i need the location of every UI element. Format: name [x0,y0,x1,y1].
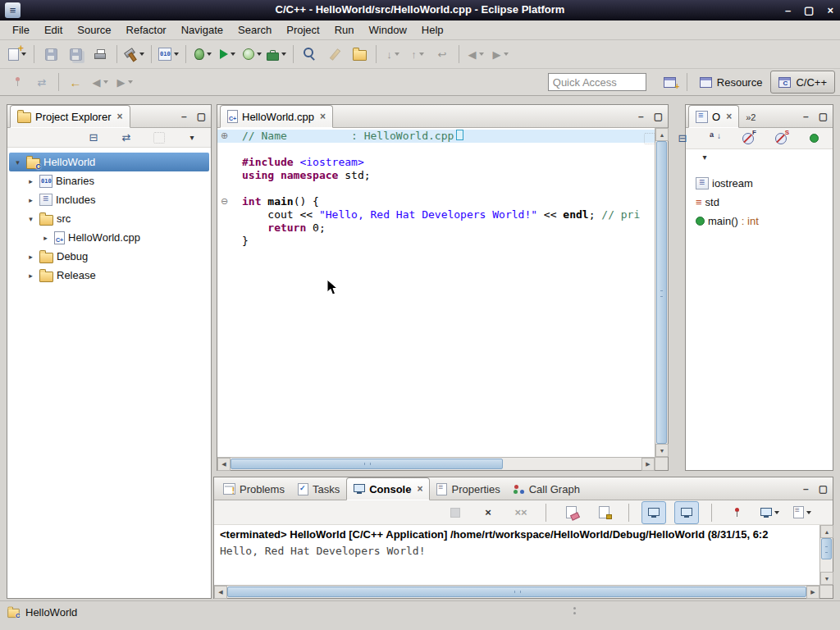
new-wizard-button[interactable] [5,43,30,66]
remove-all-launches-button[interactable]: ×× [509,501,533,524]
collapse-all-button[interactable]: ⊟ [81,126,106,149]
prev-annotation-button[interactable]: ↑ [405,43,430,66]
scroll-down-icon[interactable]: ▼ [655,444,669,457]
close-tab-icon[interactable]: × [726,111,732,122]
build-button[interactable] [121,43,147,66]
tree-item-src[interactable]: ▾ src [7,209,211,228]
link-editor-button[interactable]: ⇄ [114,126,139,149]
outline-item-iostream[interactable]: iostream [686,174,833,193]
tree-item-debug[interactable]: ▸ Debug [7,247,211,266]
menu-source[interactable]: Source [70,21,118,39]
last-edit-location-button[interactable]: ↩ [430,43,454,66]
expander-icon[interactable]: ▾ [12,158,23,167]
run-button[interactable] [215,43,240,66]
scrollbar-thumb[interactable] [227,587,806,597]
scrollbar-thumb[interactable] [231,459,503,469]
expander-icon[interactable]: ▸ [25,196,36,204]
terminate-button[interactable] [443,501,468,524]
open-console-button[interactable] [790,501,815,524]
menu-file[interactable]: File [5,21,37,39]
editor-vertical-scrollbar[interactable]: ▲ ▼ [655,128,668,457]
minimize-view-button[interactable]: – [803,111,809,122]
tab-properties[interactable]: Properties [430,478,506,500]
maximize-view-button[interactable]: ▢ [819,483,828,495]
maximize-view-button[interactable]: ▢ [819,111,828,122]
console-output[interactable]: Hello, Red Hat Developers World! [220,545,425,557]
show-on-stdout-button[interactable] [641,501,666,524]
forward-history-button[interactable]: ▶ [488,43,513,66]
menu-run[interactable]: Run [327,21,362,39]
expander-icon[interactable]: ▸ [25,272,36,280]
outline-item-main[interactable]: main() : int [686,212,833,231]
tree-item-helloworld[interactable]: ▾ HelloWorld [9,153,209,171]
tree-item-helloworld-cpp[interactable]: ▸ HelloWorld.cpp [7,228,211,247]
view-menu-button[interactable]: ▾ [692,145,717,168]
hide-fields-button[interactable] [736,127,760,150]
last-edit-location-button-2[interactable]: ← [63,71,88,94]
perspective-resource-button[interactable]: Resource [692,71,771,94]
remove-launch-button[interactable]: × [476,501,500,524]
hide-non-public-button[interactable] [801,127,826,150]
scroll-down-icon[interactable]: ▼ [820,572,833,585]
display-selected-console-button[interactable] [757,501,782,524]
focus-button[interactable] [637,127,662,150]
menu-project[interactable]: Project [279,21,326,39]
forward-button[interactable]: ▶ [112,71,137,94]
scrollbar-thumb[interactable] [656,141,667,444]
scroll-left-icon[interactable]: ◀ [214,586,227,599]
sash-grip[interactable] [573,607,576,619]
back-button[interactable]: ◀ [88,71,112,94]
outline-item-std[interactable]: ≡ std [686,193,833,212]
link-with-editor-button[interactable]: ⇄ [30,71,54,94]
open-perspective-button[interactable] [658,71,682,94]
open-element-button[interactable] [347,43,372,66]
expander-icon[interactable]: ▸ [25,253,36,261]
save-all-button[interactable] [63,43,88,66]
menu-window[interactable]: Window [362,21,414,39]
menu-refactor[interactable]: Refactor [119,21,174,39]
scroll-left-icon[interactable]: ◀ [217,458,231,471]
tab-project-explorer[interactable]: Project Explorer × [10,105,130,128]
external-tools-button[interactable] [264,43,289,66]
scroll-right-icon[interactable]: ▶ [641,458,655,471]
scroll-lock-button[interactable] [591,501,616,524]
save-button[interactable] [39,43,63,66]
debug-button[interactable] [190,43,215,66]
tab-outline[interactable]: O × [688,105,739,128]
mark-occurrences-button[interactable] [322,43,347,66]
fold-collapsed-icon[interactable]: ⊕ [219,130,230,141]
console-horizontal-scrollbar[interactable]: ◀ ▶ [214,585,819,598]
scrollbar-thumb[interactable] [821,538,832,559]
menu-search[interactable]: Search [231,21,279,39]
hide-static-button[interactable] [769,127,793,150]
maximize-button[interactable]: ▢ [804,4,814,16]
menu-navigate[interactable]: Navigate [174,21,231,39]
fold-expanded-icon[interactable]: ⊖ [219,196,230,207]
expander-icon[interactable]: ▾ [25,215,36,223]
minimize-view-button[interactable]: – [638,111,644,122]
close-tab-icon[interactable]: × [417,483,422,495]
perspective-cpp-button[interactable]: C/C++ [770,71,835,94]
make-targets-button[interactable] [156,43,181,66]
maximize-view-button[interactable]: ▢ [197,111,206,122]
show-on-stderr-button[interactable] [674,501,699,524]
more-views-chevron[interactable]: »2 [746,112,756,122]
tab-console[interactable]: Console × [346,477,430,500]
tab-tasks[interactable]: Tasks [291,478,346,500]
pin-console-button[interactable] [724,501,749,524]
minimize-view-button[interactable]: – [803,483,809,495]
scroll-up-icon[interactable]: ▲ [820,525,833,538]
collapse-all-button[interactable]: ⊟ [670,127,695,150]
profile-button[interactable] [240,43,264,66]
print-button[interactable] [88,43,112,66]
maximize-view-button[interactable]: ▢ [654,111,663,122]
tree-item-includes[interactable]: ▸ Includes [7,190,211,209]
search-button[interactable] [298,43,322,66]
view-menu-button[interactable]: ▾ [180,126,204,149]
code-editor[interactable]: ⊕ ⊖ // Name : HelloWorld.cpp #include <i… [217,128,655,457]
close-tab-icon[interactable]: × [116,111,122,122]
back-history-button[interactable]: ◀ [463,43,488,66]
menu-help[interactable]: Help [414,21,451,39]
tree-item-release[interactable]: ▸ Release [7,266,211,285]
quick-access-input[interactable] [548,73,646,91]
